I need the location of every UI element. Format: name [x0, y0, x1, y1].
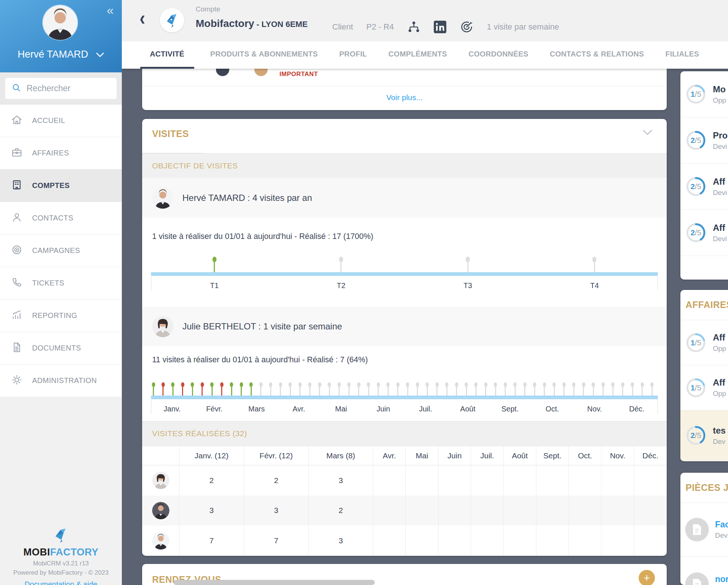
visit-count-cell [536, 526, 569, 556]
progress-ring: 1/5 [685, 83, 707, 105]
quarterly-visit-timeline: T1T2T3T4 [151, 244, 658, 289]
affaire-item[interactable]: 1/5 Aff Opp [680, 365, 728, 410]
priority-code: P2 - R4 [366, 22, 394, 32]
visit-pin-red [202, 386, 203, 396]
table-column-header: Sept. [536, 446, 569, 465]
table-column-header: Juil. [471, 446, 504, 465]
user-menu[interactable]: Hervé TAMARD [0, 49, 122, 60]
sidebar-footer: MOBIFACTORY MobiCRM v3.21 r13 Powered by… [0, 526, 122, 585]
org-chart-icon[interactable] [407, 20, 420, 34]
document-icon [685, 572, 709, 585]
table-column-header: Juin [439, 446, 471, 465]
visit-count-cell [601, 465, 634, 496]
affaire-item[interactable]: 1/5 Mo Opp [680, 71, 728, 117]
horizontal-scrollbar[interactable] [174, 580, 375, 585]
visit-pin-gray [495, 386, 496, 396]
opportunities-panel: 1/5 Mo Opp 2/5 Pro Devi 2/5 Aff Devi 2/5… [680, 71, 728, 280]
sidebar-item-reporting[interactable]: REPORTING [0, 300, 122, 332]
quarter-label: T2 [278, 281, 404, 290]
tab-contacts-relations[interactable]: CONTACTS & RELATIONS [545, 41, 649, 69]
table-column-header: Janv. (12) [179, 446, 244, 465]
visit-pin-gray [534, 386, 535, 396]
tab-filiales[interactable]: FILIALES [660, 41, 704, 69]
sidebar-item-administration[interactable]: ADMINISTRATION [0, 365, 122, 397]
entity-type-label: Compte [196, 5, 220, 13]
piece-jointe-item[interactable]: Fact Devis [680, 503, 728, 557]
emoji-icon [254, 69, 268, 76]
table-column-header: Avr. [373, 446, 406, 465]
sidebar-collapse-icon[interactable]: « [107, 4, 114, 16]
objective-person-row: Julie BERTHELOT : 1 visite par semaine [142, 307, 667, 346]
visit-pin-gray [368, 386, 369, 396]
visit-count-cell: 7 [244, 526, 309, 556]
copyright: Powered by MobiFactory - © 2023 [0, 569, 122, 577]
linkedin-icon[interactable] [434, 21, 446, 33]
visit-count-cell: 3 [244, 496, 309, 526]
mobifactory-logo: MOBIFACTORY [0, 547, 122, 558]
home-icon [11, 114, 23, 127]
visit-pin-gray [593, 386, 594, 396]
user-avatar[interactable] [43, 5, 78, 40]
affaire-item[interactable]: 2/5 Aff Devi [680, 210, 728, 256]
account-tabs: ACTIVITÉPRODUITS & ABONNEMENTSPROFILCOMP… [122, 41, 728, 69]
sidebar-item-tickets[interactable]: TICKETS [0, 267, 122, 300]
month-label: Déc. [616, 405, 658, 413]
timeline-bar [151, 272, 658, 276]
tab-profil[interactable]: PROFIL [334, 41, 372, 69]
visit-count-cell [406, 465, 438, 496]
tab-coordonn-es[interactable]: COORDONNÉES [463, 41, 533, 69]
chevron-down-icon [96, 49, 104, 60]
visit-pin-gray [475, 386, 477, 396]
visit-pin-green [153, 386, 154, 396]
month-label: Janv. [151, 405, 193, 413]
visit-count-cell [601, 526, 634, 556]
tab-produits-abonnements[interactable]: PRODUITS & ABONNEMENTS [205, 41, 323, 69]
target-objective-icon[interactable] [460, 20, 474, 34]
objective-summary: 1 visite à réaliser du 01/01 à aujourd'h… [152, 232, 373, 241]
visit-pin-gray [329, 386, 330, 396]
sidebar-item-affaires[interactable]: AFFAIRES [0, 137, 122, 170]
sidebar-item-campagnes[interactable]: CAMPAGNES [0, 235, 122, 267]
back-button[interactable]: ‹ [140, 8, 145, 28]
visit-pin-green [241, 386, 242, 396]
month-label: Juil. [405, 405, 447, 413]
sidebar-item-accueil[interactable]: ACCUEIL [0, 105, 122, 137]
affaire-item[interactable]: 2/5 Aff Devi [680, 164, 728, 210]
objective-summary: 11 visites à réaliser du 01/01 à aujourd… [152, 355, 368, 365]
add-rendezvous-button[interactable]: + [639, 570, 655, 585]
divider [142, 86, 667, 86]
activity-feed-card: IMPORTANT Voir plus... [142, 69, 667, 110]
sidebar-item-comptes[interactable]: COMPTES [0, 170, 122, 202]
search-placeholder: Rechercher [27, 83, 71, 93]
sidebar-user-panel: « Hervé TAMARD [0, 0, 122, 72]
documentation-link[interactable]: Documentation & aide [0, 580, 122, 585]
visit-pin-red [162, 386, 164, 396]
progress-ring: 2/5 [685, 222, 707, 243]
collapse-section-icon[interactable] [642, 129, 653, 137]
table-row-avatar [142, 465, 179, 496]
visit-pin-gray [290, 386, 291, 396]
user-name: Hervé TAMARD [18, 49, 88, 60]
piece-jointe-item[interactable]: norm Devis [680, 557, 728, 585]
visit-pin-gray [280, 386, 281, 396]
sidebar-item-documents[interactable]: DOCUMENTS [0, 332, 122, 365]
visit-frequency-label: 1 visite par semaine [487, 22, 559, 32]
visit-pin-gray [348, 386, 350, 396]
visit-pin-green [212, 386, 213, 396]
tab-activit-[interactable]: ACTIVITÉ [140, 41, 194, 69]
visit-pin-gray [397, 386, 398, 396]
affaire-item[interactable]: 2/5 Pro Devi [680, 117, 728, 164]
affaire-item[interactable]: 1/5 Aff Opp [680, 320, 728, 365]
search-input[interactable]: Rechercher [5, 78, 117, 99]
target-icon [11, 244, 23, 257]
progress-ring: 1/5 [685, 377, 707, 398]
pieces-jointes-panel: PIÈCES JO Fact Devis norm Devis [680, 473, 728, 585]
sidebar-item-contacts[interactable]: CONTACTS [0, 202, 122, 235]
affaire-item[interactable]: 2/5 tes Dev [680, 410, 728, 461]
visit-count-cell [634, 465, 667, 496]
see-more-link[interactable]: Voir plus... [142, 93, 667, 102]
visit-pin-gray [544, 386, 545, 396]
visit-count-cell: 2 [244, 465, 309, 496]
visit-count-cell [373, 465, 406, 496]
tab-compl-ments[interactable]: COMPLÉMENTS [383, 41, 452, 69]
